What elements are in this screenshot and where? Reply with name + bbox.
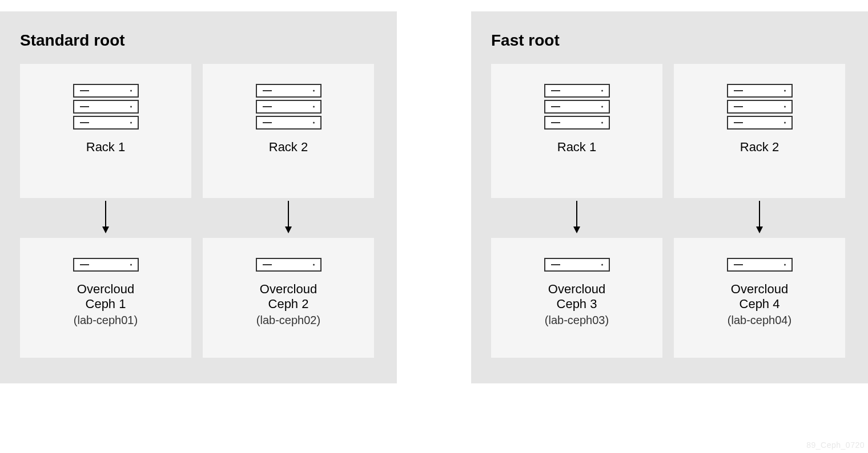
root-title: Standard root xyxy=(20,31,377,50)
server-single-icon xyxy=(73,258,139,272)
rack-card: Rack 1 xyxy=(491,64,662,198)
server-unit-icon xyxy=(544,116,610,130)
node-host: (lab-ceph04) xyxy=(728,314,791,327)
arrow-down-icon xyxy=(754,198,765,238)
svg-marker-5 xyxy=(573,226,580,233)
server-unit-icon xyxy=(73,84,139,98)
node-card: Overcloud Ceph 2 (lab-ceph02) xyxy=(203,238,374,358)
column-rack1: Rack 1 Overcloud Ceph 3 (lab-ceph03) xyxy=(491,64,662,358)
node-card: Overcloud Ceph 4 (lab-ceph04) xyxy=(674,238,845,358)
server-unit-icon xyxy=(256,116,322,130)
node-subtitle: Ceph 2 xyxy=(268,297,309,312)
server-unit-icon xyxy=(73,116,139,130)
root-title: Fast root xyxy=(491,31,848,50)
node-title: Overcloud xyxy=(731,282,788,297)
svg-marker-3 xyxy=(285,226,292,233)
footer-code: 89_Ceph_0720 xyxy=(806,440,865,450)
arrow-down-icon xyxy=(100,198,111,238)
node-subtitle: Ceph 4 xyxy=(740,297,780,312)
svg-marker-7 xyxy=(756,226,763,233)
server-unit-icon xyxy=(727,116,793,130)
server-stack-icon xyxy=(727,84,793,130)
server-unit-icon xyxy=(727,84,793,98)
server-single-icon xyxy=(727,258,793,272)
columns-container: Rack 1 Overcloud Ceph 1 (lab-ceph01) xyxy=(20,64,377,358)
column-rack2: Rack 2 Overcloud Ceph 2 (lab-ceph02) xyxy=(203,64,374,358)
server-unit-icon xyxy=(73,258,139,272)
node-card: Overcloud Ceph 1 (lab-ceph01) xyxy=(20,238,191,358)
rack-card: Rack 1 xyxy=(20,64,191,198)
server-unit-icon xyxy=(256,84,322,98)
rack-label: Rack 2 xyxy=(269,140,308,155)
rack-card: Rack 2 xyxy=(674,64,845,198)
server-single-icon xyxy=(256,258,322,272)
server-unit-icon xyxy=(544,84,610,98)
root-panel-fast: Fast root Rack 1 xyxy=(471,11,868,383)
server-unit-icon xyxy=(256,258,322,272)
rack-label: Rack 2 xyxy=(740,140,779,155)
root-panel-standard: Standard root Rack 1 xyxy=(0,11,397,383)
node-card: Overcloud Ceph 3 (lab-ceph03) xyxy=(491,238,662,358)
arrow-down-icon xyxy=(283,198,294,238)
node-title: Overcloud xyxy=(77,282,134,297)
node-host: (lab-ceph01) xyxy=(74,314,138,327)
diagram-canvas: Standard root Rack 1 xyxy=(0,0,868,395)
svg-marker-1 xyxy=(102,226,109,233)
server-unit-icon xyxy=(727,258,793,272)
node-host: (lab-ceph03) xyxy=(545,314,609,327)
column-rack2: Rack 2 Overcloud Ceph 4 (lab-ceph04) xyxy=(674,64,845,358)
server-unit-icon xyxy=(256,100,322,114)
column-rack1: Rack 1 Overcloud Ceph 1 (lab-ceph01) xyxy=(20,64,191,358)
server-stack-icon xyxy=(256,84,322,130)
arrow-down-icon xyxy=(571,198,582,238)
rack-card: Rack 2 xyxy=(203,64,374,198)
server-stack-icon xyxy=(544,84,610,130)
node-title: Overcloud xyxy=(548,282,605,297)
node-title: Overcloud xyxy=(260,282,317,297)
server-single-icon xyxy=(544,258,610,272)
server-unit-icon xyxy=(544,100,610,114)
server-unit-icon xyxy=(544,258,610,272)
server-unit-icon xyxy=(727,100,793,114)
columns-container: Rack 1 Overcloud Ceph 3 (lab-ceph03) xyxy=(491,64,848,358)
rack-label: Rack 1 xyxy=(86,140,125,155)
node-subtitle: Ceph 3 xyxy=(557,297,597,312)
server-stack-icon xyxy=(73,84,139,130)
rack-label: Rack 1 xyxy=(557,140,596,155)
node-host: (lab-ceph02) xyxy=(256,314,320,327)
server-unit-icon xyxy=(73,100,139,114)
node-subtitle: Ceph 1 xyxy=(86,297,126,312)
